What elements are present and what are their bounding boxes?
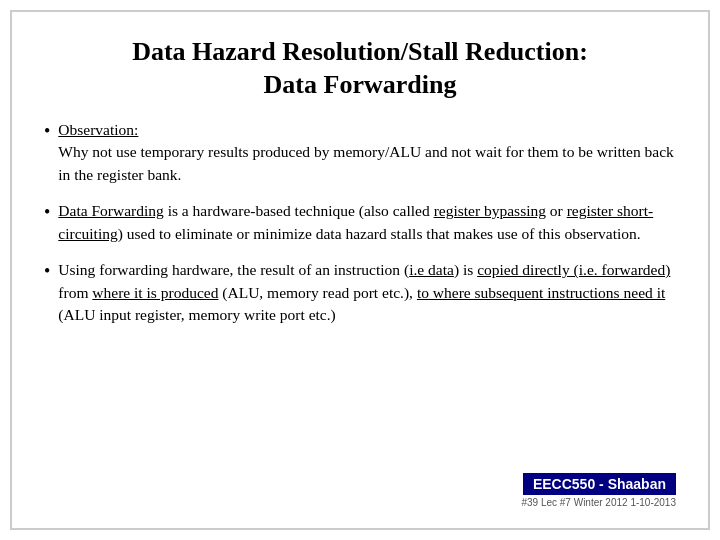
bullet3-part4: (ALU, memory read port etc.), xyxy=(218,284,416,301)
bullet-item-3: • Using forwarding hardware, the result … xyxy=(44,259,676,326)
bullet2-link1: register bypassing xyxy=(434,202,546,219)
bullet-list: • Observation: Why not use temporary res… xyxy=(44,119,676,463)
footer-badge: EECC550 - Shaaban xyxy=(523,473,676,495)
bullet3-where-produced: where it is produced xyxy=(92,284,218,301)
bullet-dot-3: • xyxy=(44,260,50,283)
bullet1-body: Why not use temporary results produced b… xyxy=(58,143,674,182)
bullet3-part1: Using forwarding hardware, the result of… xyxy=(58,261,409,278)
bullet-dot-2: • xyxy=(44,201,50,224)
bullet-text-2: Data Forwarding is a hardware-based tech… xyxy=(58,200,676,245)
bullet3-copied: copied directly (i.e. forwarded) xyxy=(477,261,670,278)
bullet-item-2: • Data Forwarding is a hardware-based te… xyxy=(44,200,676,245)
footer-area: EECC550 - Shaaban #39 Lec #7 Winter 2012… xyxy=(44,473,676,508)
bullet-text-3: Using forwarding hardware, the result of… xyxy=(58,259,676,326)
title-line1: Data Hazard Resolution/Stall Reduction: xyxy=(132,37,588,66)
bullet1-label: Observation: xyxy=(58,121,138,138)
bullet2-or: or xyxy=(546,202,567,219)
bullet3-part2: ) is xyxy=(454,261,477,278)
slide-title: Data Hazard Resolution/Stall Reduction: … xyxy=(44,36,676,101)
footer-small: #39 Lec #7 Winter 2012 1-10-2013 xyxy=(521,497,676,508)
bullet3-to-where: to where subsequent instructions need it xyxy=(417,284,665,301)
slide-container: Data Hazard Resolution/Stall Reduction: … xyxy=(10,10,710,530)
bullet-dot-1: • xyxy=(44,120,50,143)
bullet3-ie-data: i.e data xyxy=(409,261,454,278)
bullet2-label: Data Forwarding xyxy=(58,202,163,219)
bullet-item-1: • Observation: Why not use temporary res… xyxy=(44,119,676,186)
bullet2-rest: ) used to eliminate or minimize data haz… xyxy=(118,225,641,242)
bullet3-part5: (ALU input register, memory write port e… xyxy=(58,306,335,323)
bullet-text-1: Observation: Why not use temporary resul… xyxy=(58,119,676,186)
title-line2: Data Forwarding xyxy=(264,70,457,99)
bullet2-intro: is a hardware-based technique (also call… xyxy=(164,202,434,219)
bullet3-part3: from xyxy=(58,284,92,301)
